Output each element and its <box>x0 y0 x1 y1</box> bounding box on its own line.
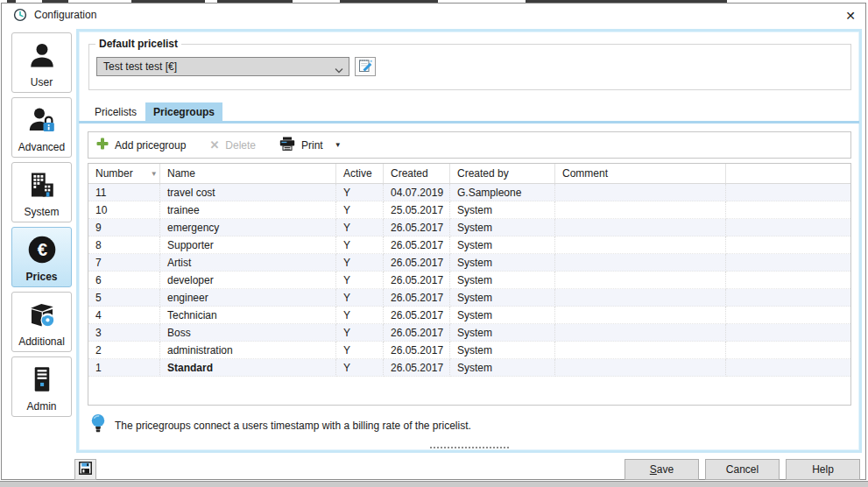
configuration-dialog: Configuration ✕ User <box>1 3 866 480</box>
sidebar-item-admin[interactable]: Admin <box>11 356 72 417</box>
sidebar-item-prices[interactable]: € Prices <box>11 227 72 287</box>
edit-note-icon <box>358 58 373 75</box>
printer-icon <box>279 137 295 153</box>
add-pricegroup-button[interactable]: Add pricegroup <box>96 138 186 152</box>
groupbox-label: Default pricelist <box>95 38 181 50</box>
column-header-created[interactable]: Created <box>384 164 450 183</box>
box-cd-icon <box>12 293 71 335</box>
footer-bar: Save Cancel Help <box>2 456 865 481</box>
sidebar-item-label: Prices <box>25 271 57 283</box>
table-row[interactable]: 4 Technician Y 26.05.2017 System <box>88 307 850 324</box>
chevron-down-icon <box>335 64 343 76</box>
euro-icon: € <box>12 228 71 271</box>
column-header-active[interactable]: Active <box>336 164 384 183</box>
table-row[interactable]: 6 developer Y 26.05.2017 System <box>88 272 850 289</box>
tab-strip: Pricelists Pricegroups <box>79 102 859 124</box>
quick-save-button[interactable] <box>74 459 96 480</box>
sidebar-item-user[interactable]: User <box>11 32 72 93</box>
window-title: Configuration <box>34 9 96 21</box>
table-header: Number ▼ Name Active Created Created by … <box>88 164 850 184</box>
table-row[interactable]: 1 Standard Y 26.05.2017 System <box>88 359 850 377</box>
lightbulb-icon <box>90 413 106 437</box>
info-text: The pricegroups connect a users timestam… <box>115 420 471 432</box>
save-button[interactable]: Save <box>625 459 699 480</box>
table-row[interactable]: 2 administration Y 26.05.2017 System <box>88 342 850 359</box>
floppy-disk-icon <box>79 462 92 477</box>
user-icon <box>12 33 71 76</box>
cancel-button[interactable]: Cancel <box>705 459 780 480</box>
sidebar: User Advanced <box>11 32 72 421</box>
sidebar-item-system[interactable]: System <box>11 162 72 222</box>
combo-value: Test test test [€] <box>103 60 177 73</box>
tab-pricelists[interactable]: Pricelists <box>87 102 145 121</box>
table-row[interactable]: 8 Supporter Y 26.05.2017 System <box>88 236 850 254</box>
column-header-created-by[interactable]: Created by <box>450 164 555 183</box>
column-header-name[interactable]: Name <box>160 164 336 183</box>
svg-text:€: € <box>37 240 46 259</box>
sidebar-item-label: System <box>24 206 59 218</box>
edit-pricelist-button[interactable] <box>355 57 376 76</box>
sort-desc-icon: ▼ <box>151 170 158 178</box>
column-header-filler <box>726 164 850 183</box>
content-panel: Default pricelist Test test test [€] <box>76 29 862 453</box>
sidebar-item-label: Admin <box>26 400 56 413</box>
sidebar-item-label: Advanced <box>18 141 65 153</box>
table-row[interactable]: 5 engineer Y 26.05.2017 System <box>88 289 850 307</box>
clock-app-icon <box>13 8 27 22</box>
table-row[interactable]: 11 travel cost Y 04.07.2019 G.Sampleone <box>88 184 850 201</box>
sidebar-item-advanced[interactable]: Advanced <box>11 97 72 158</box>
sidebar-item-label: User <box>31 76 53 88</box>
sidebar-item-label: Additional <box>18 335 65 348</box>
building-icon <box>12 163 71 206</box>
delete-button[interactable]: ✕ Delete <box>209 138 256 152</box>
close-icon[interactable]: ✕ <box>840 7 861 25</box>
table-row[interactable]: 10 trainee Y 25.05.2017 System <box>88 201 850 219</box>
default-pricelist-select[interactable]: Test test test [€] <box>96 57 349 76</box>
sidebar-item-additional[interactable]: Additional <box>11 292 72 352</box>
table-body: 11 travel cost Y 04.07.2019 G.Sampleone … <box>88 184 850 377</box>
table-row[interactable]: 9 emergency Y 26.05.2017 System <box>88 219 850 236</box>
info-row: The pricegroups connect a users timestam… <box>90 413 859 437</box>
server-tower-icon <box>12 357 71 400</box>
tab-pricegroups[interactable]: Pricegroups <box>145 102 222 121</box>
user-lock-icon <box>12 98 71 141</box>
print-label: Print <box>301 139 323 152</box>
pricegroups-toolbar: Add pricegroup ✕ Delete Print <box>88 131 851 159</box>
table-row[interactable]: 7 Artist Y 26.05.2017 System <box>88 254 850 272</box>
add-pricegroup-label: Add pricegroup <box>115 139 186 152</box>
print-menu-caret-icon[interactable]: ▼ <box>335 141 342 149</box>
default-pricelist-groupbox: Default pricelist Test test test [€] <box>88 44 851 90</box>
pricegroups-table: Number ▼ Name Active Created Created by … <box>88 163 851 406</box>
plus-icon <box>96 138 109 152</box>
delete-x-icon: ✕ <box>209 138 219 152</box>
title-bar: Configuration <box>2 4 865 26</box>
column-header-comment[interactable]: Comment <box>555 164 726 183</box>
background-window-artifact <box>0 481 868 487</box>
help-button[interactable]: Help <box>786 459 860 480</box>
delete-label: Delete <box>225 139 256 152</box>
table-row[interactable]: 3 Boss Y 26.05.2017 System <box>88 324 850 342</box>
column-header-number[interactable]: Number ▼ <box>88 164 160 183</box>
dialog-buttons: Save Cancel Help <box>625 459 860 480</box>
print-button[interactable]: Print <box>279 137 323 153</box>
resize-grip[interactable] <box>430 447 509 448</box>
